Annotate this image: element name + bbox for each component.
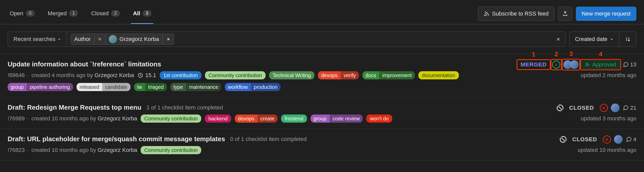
comment-icon: [623, 62, 629, 68]
sort-field-dropdown[interactable]: Created date: [569, 32, 619, 47]
header: Open 0 Merged 1 Closed 2 All 3 Subscribe…: [0, 0, 644, 24]
subscribe-rss-button[interactable]: Subscribe to RSS feed: [478, 7, 554, 21]
comments-count[interactable]: 13: [623, 61, 636, 68]
merge-request-ref: !76823 ·: [8, 147, 28, 153]
merge-request-ref: !89646 ·: [8, 72, 28, 79]
subscribe-rss-label: Subscribe to RSS feed: [492, 10, 549, 17]
export-button[interactable]: [558, 7, 572, 21]
merge-request-item: Update information about `!reference` li…: [0, 54, 644, 97]
approvers-icon: [585, 62, 590, 67]
pipeline-status-icon[interactable]: ✕: [600, 104, 608, 112]
sort-direction-toggle[interactable]: [619, 32, 636, 47]
label[interactable]: groupcode review: [311, 114, 363, 123]
assignees[interactable]: [611, 104, 620, 112]
svg-point-0: [485, 15, 486, 16]
label[interactable]: Community contribution: [141, 114, 201, 123]
tab-open[interactable]: Open 0: [8, 4, 37, 24]
recent-searches-label: Recent searches: [13, 36, 55, 42]
author-link[interactable]: Grzegorz Korba: [95, 72, 134, 78]
merge-request-item: Draft: URL placeholder for merge/squash …: [0, 129, 644, 161]
assignee-avatar[interactable]: [611, 104, 620, 112]
assignee-avatar[interactable]: [614, 135, 623, 144]
tab-closed[interactable]: Closed 2: [89, 4, 122, 24]
tab-all[interactable]: All 3: [131, 4, 153, 24]
avatar-icon: [109, 35, 117, 43]
label[interactable]: Community contribution: [205, 71, 266, 79]
tab-all-label: All: [133, 10, 140, 17]
assignees[interactable]: [614, 135, 623, 144]
clock-icon: [138, 73, 143, 78]
header-actions: Subscribe to RSS feed New merge request: [478, 7, 636, 21]
label[interactable]: devopsverify: [318, 71, 359, 79]
created-text: created 10 months ago by Grzegorz Korba: [32, 147, 137, 153]
created-text: created 10 months ago by Grzegorz Korba: [32, 115, 137, 122]
author-link[interactable]: Grzegorz Korba: [98, 147, 137, 153]
status-badge: CLOSED: [567, 104, 597, 112]
filter-chip-op: =: [95, 34, 105, 45]
author-link[interactable]: Grzegorz Korba: [98, 115, 137, 122]
label[interactable]: won't do: [366, 114, 392, 123]
label[interactable]: 1st contribution: [160, 71, 201, 79]
comments-count[interactable]: 4: [626, 136, 636, 143]
comment-icon: [626, 136, 632, 142]
updated-text: updated 2 months ago: [581, 72, 636, 79]
merge-request-ref: !76989 ·: [8, 115, 28, 122]
status-row: MERGED ✓ Approved 13: [518, 60, 636, 69]
new-merge-request-button[interactable]: New merge request: [576, 7, 636, 21]
merge-request-title[interactable]: Draft: URL placeholder for merge/squash …: [8, 135, 225, 143]
pipeline-status-icon[interactable]: ✕: [603, 135, 611, 144]
label[interactable]: docsimprovement: [362, 71, 415, 79]
filter-chip-key: Author: [71, 34, 95, 45]
created-text: created 4 months ago by Grzegorz Korba: [32, 72, 134, 79]
label[interactable]: workflowproduction: [225, 83, 281, 91]
label[interactable]: documentation: [418, 71, 459, 79]
checklist-status: 0 of 1 checklist item completed: [230, 136, 307, 142]
state-tabs: Open 0 Merged 1 Closed 2 All 3: [8, 4, 153, 24]
assignee-avatar[interactable]: [570, 60, 579, 69]
svg-point-3: [586, 63, 588, 65]
filter-chip-value: Grzegorz Korba: [105, 34, 163, 45]
label[interactable]: Community contribution: [141, 146, 201, 154]
status-row: CLOSED ✕ 21: [557, 104, 636, 112]
assignees[interactable]: [563, 60, 579, 69]
updated-text: updated 3 months ago: [581, 115, 636, 122]
filter-chip-value-text: Grzegorz Korba: [120, 36, 159, 42]
tab-merged-label: Merged: [48, 10, 67, 17]
clear-filter[interactable]: [551, 37, 565, 42]
tab-merged[interactable]: Merged 1: [46, 4, 80, 24]
status-badge: CLOSED: [570, 136, 600, 143]
sort-direction-icon: [625, 36, 631, 42]
merge-request-title[interactable]: Draft: Redesign Merge Requests top menu: [8, 104, 141, 111]
label[interactable]: releasedcandidate: [77, 83, 130, 91]
closed-icon: [557, 104, 564, 111]
label[interactable]: Technical Writing: [269, 71, 315, 79]
closed-icon: [560, 136, 567, 143]
rss-icon: [484, 11, 489, 17]
milestone[interactable]: 15.1: [138, 72, 156, 79]
tab-open-count: 0: [26, 10, 35, 17]
label[interactable]: grouppipeline authoring: [8, 83, 73, 91]
comments-count[interactable]: 21: [623, 105, 636, 111]
filter-input[interactable]: Recent searches Author = Grzegorz Korba: [8, 32, 566, 47]
new-mr-label: New merge request: [582, 10, 631, 17]
label[interactable]: typemaintenance: [170, 83, 221, 91]
label[interactable]: frontend: [281, 114, 307, 123]
pipeline-status-icon[interactable]: ✓: [552, 61, 560, 69]
status-row: CLOSED ✕ 4: [560, 135, 636, 144]
recent-searches-dropdown[interactable]: Recent searches: [8, 32, 67, 47]
filter-bar: Recent searches Author = Grzegorz Korba: [0, 24, 644, 54]
label[interactable]: twtriaged: [134, 83, 167, 91]
merge-request-title[interactable]: Update information about `!reference` li…: [8, 60, 161, 68]
merge-request-list: Update information about `!reference` li…: [0, 54, 644, 161]
label[interactable]: devopscreate: [235, 114, 277, 123]
sort-control: Created date: [569, 32, 636, 47]
label[interactable]: backend: [205, 114, 231, 123]
chevron-down-icon: [610, 37, 613, 41]
filter-chip-remove[interactable]: [163, 34, 174, 45]
tab-open-label: Open: [10, 10, 23, 17]
filter-chip-author[interactable]: Author = Grzegorz Korba: [70, 34, 174, 45]
sort-field-label: Created date: [575, 36, 607, 42]
tab-merged-count: 1: [69, 10, 78, 17]
close-icon: [166, 37, 170, 41]
merge-request-item: Draft: Redesign Merge Requests top menu …: [0, 97, 644, 129]
